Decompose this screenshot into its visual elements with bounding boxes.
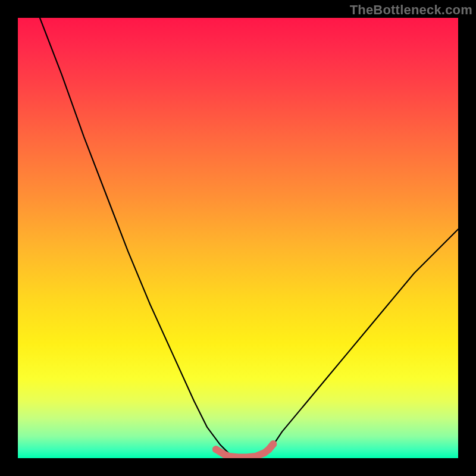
plot-area: [18, 18, 458, 458]
highlight-markers: [212, 440, 277, 458]
curve-layer: [18, 18, 458, 458]
chart-frame: TheBottleneck.com: [0, 0, 476, 476]
attribution-label: TheBottleneck.com: [350, 2, 472, 18]
highlight-dot: [221, 451, 228, 458]
highlight-dot: [212, 446, 220, 453]
highlight-dot: [270, 440, 277, 447]
bottleneck-curve: [40, 18, 458, 458]
